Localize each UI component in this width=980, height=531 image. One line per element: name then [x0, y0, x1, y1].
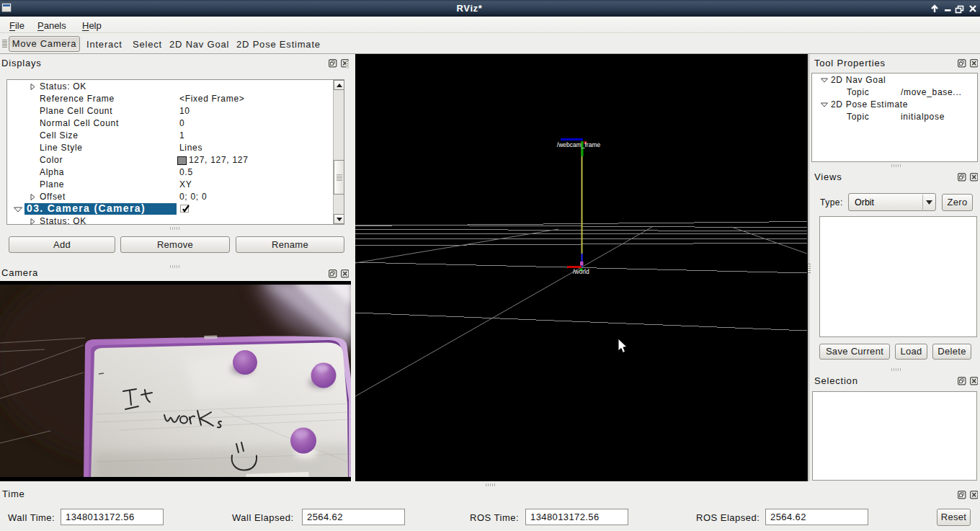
svg-text:/world: /world: [573, 268, 589, 275]
svg-text:/webcam_frame: /webcam_frame: [557, 141, 601, 148]
